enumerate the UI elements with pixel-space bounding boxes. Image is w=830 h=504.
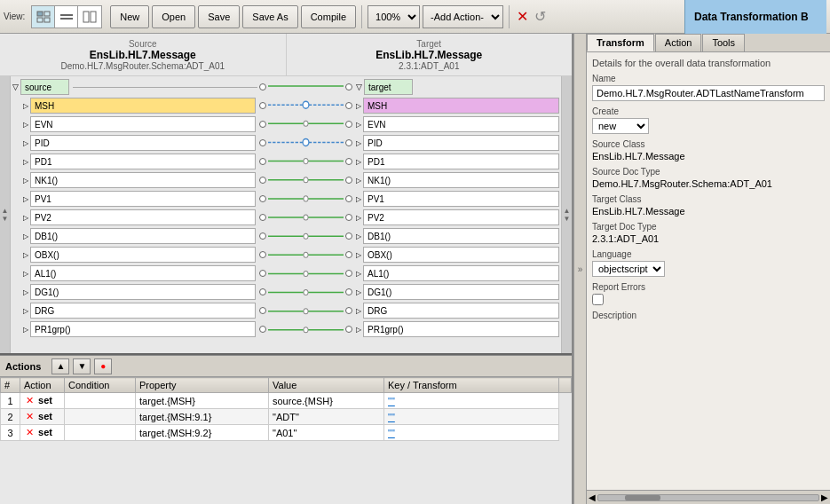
- create-select[interactable]: new existing: [592, 118, 649, 134]
- seg-box-drg-src[interactable]: DRG: [30, 303, 256, 319]
- delete-action-button[interactable]: ●: [94, 358, 112, 374]
- delete-row-3-icon[interactable]: ✕: [26, 427, 34, 437]
- row-1-property[interactable]: target.{MSH}: [136, 393, 269, 409]
- seg-box-pd1-src[interactable]: PD1: [30, 154, 256, 169]
- seg-row-msh-src[interactable]: ▷ MSH: [12, 97, 266, 114]
- right-scroll-handle[interactable]: ▲ ▼: [561, 76, 572, 353]
- undo-icon[interactable]: ↺: [534, 8, 546, 25]
- row-1-key-link[interactable]: "": [388, 396, 395, 406]
- seg-expand-obx[interactable]: ▷: [23, 251, 28, 259]
- seg-row-pr1-src[interactable]: ▷ PR1grp(): [12, 320, 266, 338]
- row-3-key[interactable]: "": [384, 425, 559, 441]
- view-btn-1[interactable]: [32, 6, 55, 28]
- seg-box-db1-src[interactable]: DB1(): [30, 228, 256, 244]
- seg-box-dg1-tgt[interactable]: DG1(): [363, 284, 559, 300]
- close-icon[interactable]: ✕: [517, 8, 528, 25]
- row-1-value[interactable]: source.{MSH}: [269, 393, 384, 409]
- seg-expand-msh-tgt[interactable]: ▷: [356, 102, 361, 110]
- row-1-key[interactable]: "": [384, 393, 559, 409]
- seg-box-nk1-src[interactable]: NK1(): [30, 172, 256, 188]
- seg-expand-db1[interactable]: ▷: [23, 232, 28, 240]
- delete-row-2-icon[interactable]: ✕: [26, 411, 34, 421]
- view-btn-3[interactable]: [78, 6, 101, 28]
- seg-expand-msh[interactable]: ▷: [23, 102, 28, 110]
- move-down-button[interactable]: ▼: [73, 358, 91, 374]
- seg-row-evn-src[interactable]: ▷ EVN: [12, 115, 266, 133]
- seg-box-pv2-src[interactable]: PV2: [30, 209, 256, 225]
- seg-box-pv2-tgt[interactable]: PV2: [363, 209, 559, 225]
- left-scroll-handle[interactable]: ▲ ▼: [0, 76, 11, 353]
- seg-expand-nk1-tgt[interactable]: ▷: [356, 177, 361, 185]
- seg-row-obx-src[interactable]: ▷ OBX(): [12, 246, 266, 264]
- seg-box-pid-src[interactable]: PID: [30, 135, 256, 151]
- seg-row-pv2-tgt[interactable]: ▷ PV2: [345, 209, 559, 226]
- name-input[interactable]: [592, 85, 825, 101]
- tab-tools[interactable]: Tools: [702, 34, 745, 51]
- open-button[interactable]: Open: [152, 5, 195, 28]
- seg-row-msh-tgt[interactable]: ▷ MSH: [345, 97, 559, 114]
- zoom-select[interactable]: 100% 75% 50% 125%: [368, 5, 420, 28]
- seg-row-al1-src[interactable]: ▷ AL1(): [12, 264, 266, 282]
- seg-expand-evn-tgt[interactable]: ▷: [356, 121, 361, 129]
- tab-action[interactable]: Action: [655, 34, 702, 51]
- table-row[interactable]: 3 ✕ set target.{MSH:9.2} "A01" "": [1, 425, 572, 441]
- seg-box-pid-tgt[interactable]: PID: [363, 135, 559, 151]
- row-3-property[interactable]: target.{MSH:9.2}: [136, 425, 269, 441]
- save-as-button[interactable]: Save As: [242, 5, 297, 28]
- seg-row-pd1-src[interactable]: ▷ PD1: [12, 153, 266, 170]
- seg-box-nk1-tgt[interactable]: NK1(): [363, 172, 559, 188]
- seg-box-msh-tgt[interactable]: MSH: [363, 98, 559, 114]
- row-2-property[interactable]: target.{MSH:9.1}: [136, 409, 269, 425]
- row-2-value[interactable]: "ADT": [269, 409, 384, 425]
- seg-expand-evn[interactable]: ▷: [23, 121, 28, 129]
- seg-box-pd1-tgt[interactable]: PD1: [363, 154, 559, 169]
- seg-expand-pid-tgt[interactable]: ▷: [356, 139, 361, 147]
- new-button[interactable]: New: [110, 5, 149, 28]
- seg-row-drg-tgt[interactable]: ▷ DRG: [345, 302, 559, 319]
- seg-expand-pd1[interactable]: ▷: [23, 158, 28, 166]
- table-row[interactable]: 2 ✕ set target.{MSH:9.1} "ADT" "": [1, 409, 572, 425]
- seg-row-obx-tgt[interactable]: ▷ OBX(): [345, 246, 559, 264]
- seg-box-pv1-src[interactable]: PV1: [30, 191, 256, 207]
- tab-transform[interactable]: Transform: [587, 34, 654, 51]
- seg-expand-drg-tgt[interactable]: ▷: [356, 307, 361, 315]
- report-errors-checkbox[interactable]: [592, 294, 604, 305]
- seg-box-al1-tgt[interactable]: AL1(): [363, 265, 559, 281]
- seg-expand-pv1-tgt[interactable]: ▷: [356, 195, 361, 203]
- seg-box-pv1-tgt[interactable]: PV1: [363, 191, 559, 207]
- seg-row-drg-src[interactable]: ▷ DRG: [12, 302, 266, 319]
- scroll-left-icon[interactable]: ◀: [589, 492, 596, 502]
- seg-row-nk1-tgt[interactable]: ▷ NK1(): [345, 171, 559, 189]
- seg-expand-nk1[interactable]: ▷: [23, 177, 28, 185]
- seg-box-evn-src[interactable]: EVN: [30, 116, 256, 132]
- seg-box-obx-tgt[interactable]: OBX(): [363, 247, 559, 263]
- seg-expand-db1-tgt[interactable]: ▷: [356, 232, 361, 240]
- seg-expand-pv2-tgt[interactable]: ▷: [356, 214, 361, 222]
- seg-row-evn-tgt[interactable]: ▷ EVN: [345, 115, 559, 133]
- add-action-select[interactable]: -Add Action- set if foreach: [423, 5, 503, 28]
- seg-box-evn-tgt[interactable]: EVN: [363, 116, 559, 132]
- seg-expand-pv2[interactable]: ▷: [23, 214, 28, 222]
- seg-row-al1-tgt[interactable]: ▷ AL1(): [345, 264, 559, 282]
- seg-expand-dg1[interactable]: ▷: [23, 288, 28, 296]
- seg-box-al1-src[interactable]: AL1(): [30, 265, 256, 281]
- move-up-button[interactable]: ▲: [51, 358, 69, 374]
- row-2-key[interactable]: "": [384, 409, 559, 425]
- scroll-right-icon[interactable]: ▶: [821, 492, 828, 502]
- language-select[interactable]: objectscript basic: [592, 261, 665, 277]
- row-3-key-link[interactable]: "": [388, 428, 395, 438]
- seg-row-db1-tgt[interactable]: ▷ DB1(): [345, 227, 559, 245]
- seg-row-nk1-src[interactable]: ▷ NK1(): [12, 171, 266, 189]
- seg-row-pid-src[interactable]: ▷ PID: [12, 134, 266, 152]
- seg-expand-pv1[interactable]: ▷: [23, 195, 28, 203]
- target-collapse-icon[interactable]: ▽: [356, 83, 362, 91]
- row-2-del[interactable]: ✕ set: [20, 409, 65, 425]
- row-1-del[interactable]: ✕ set: [20, 393, 65, 409]
- seg-row-pid-tgt[interactable]: ▷ PID: [345, 134, 559, 152]
- row-2-key-link[interactable]: "": [388, 412, 395, 422]
- seg-expand-dg1-tgt[interactable]: ▷: [356, 288, 361, 296]
- seg-row-pv2-src[interactable]: ▷ PV2: [12, 209, 266, 226]
- seg-box-msh-src[interactable]: MSH: [30, 98, 256, 114]
- expand-handle[interactable]: »: [573, 34, 586, 504]
- table-row[interactable]: 1 ✕ set target.{MSH} source.{MSH} "": [1, 393, 572, 409]
